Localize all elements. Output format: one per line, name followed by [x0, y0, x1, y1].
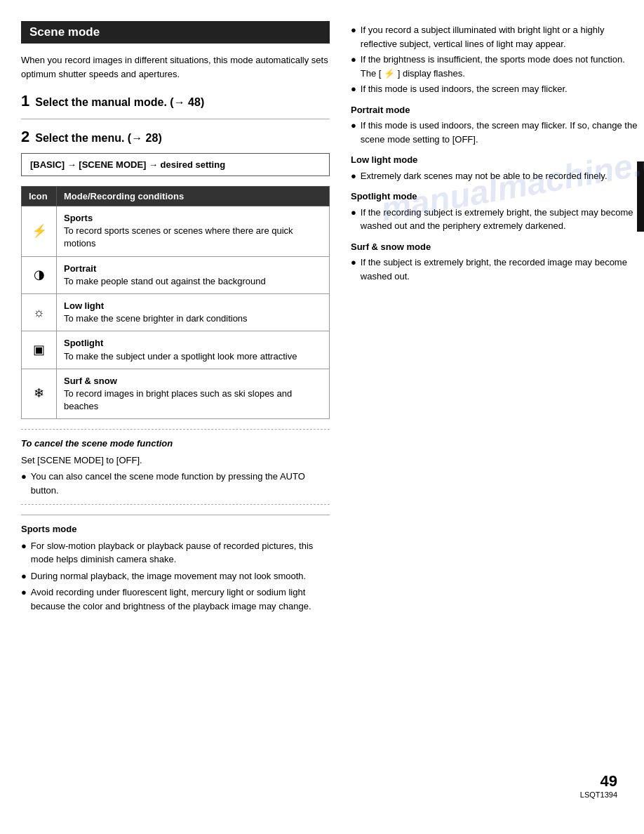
- right-mode-heading: Spotlight mode: [351, 190, 638, 204]
- bullet-dot: ●: [351, 82, 356, 96]
- bullet-item: ●If the brightness is insufficient, the …: [351, 53, 638, 80]
- sports-mode-heading: Sports mode: [21, 522, 330, 536]
- spotlight-icon: ▣: [22, 331, 57, 369]
- right-mode-heading: Surf & snow mode: [351, 240, 638, 254]
- table-header-icon: Icon: [22, 187, 57, 206]
- bullet-item: ●During normal playback, the image movem…: [21, 569, 330, 583]
- right-top-bullets: ●If you record a subject illuminated wit…: [351, 23, 638, 96]
- step1-number: 1: [21, 92, 29, 110]
- cancel-bullet-text: You can also cancel the scene mode funct…: [31, 470, 330, 497]
- right-sections: Portrait mode●If this mode is used indoo…: [351, 103, 638, 284]
- bullet-item: ●If you record a subject illuminated wit…: [351, 23, 638, 51]
- mode-description: To make the scene brighter in dark condi…: [64, 312, 322, 325]
- step1-divider: [21, 119, 330, 119]
- bullet-dot: ●: [21, 585, 27, 613]
- bullet-dot: ●: [351, 169, 356, 183]
- bullet-dot: ●: [351, 206, 356, 220]
- table-row: ☼Low lightTo make the scene brighter in …: [22, 293, 330, 331]
- left-column: Scene mode When you record images in dif…: [21, 21, 344, 813]
- bullet-text: During normal playback, the image moveme…: [31, 569, 306, 583]
- cancel-text: Set [SCENE MODE] to [OFF].: [21, 454, 330, 468]
- sports-icon: ⚡: [22, 206, 57, 257]
- mode-name: Surf & snow: [64, 375, 322, 388]
- section-title: Scene mode: [29, 25, 100, 39]
- table-cell-mode: SportsTo record sports scenes or scenes …: [57, 206, 330, 257]
- mode-name: Portrait: [64, 263, 322, 275]
- bullet-item: ●If this mode is used indoors, the scree…: [351, 119, 638, 146]
- page-number: 49: [580, 772, 617, 790]
- mode-description: To record sports scenes or scenes where …: [64, 225, 322, 250]
- bullet-dot: ●: [21, 470, 27, 497]
- bullet-text: Avoid recording under fluorescent light,…: [31, 585, 330, 613]
- bullet-item: ●If the subject is extremely bright, the…: [351, 256, 638, 283]
- notes-section: Sports mode ●For slow-motion playback or…: [21, 515, 330, 613]
- intro-text: When you record images in different situ…: [21, 53, 330, 81]
- low-light-icon: ☼: [22, 293, 57, 331]
- bullet-item: ●If the recording subject is extremely b…: [351, 206, 638, 233]
- bullet-dot: ●: [351, 119, 356, 133]
- cancel-title: To cancel the scene mode function: [21, 437, 330, 451]
- cancel-section: To cancel the scene mode function Set [S…: [21, 429, 330, 505]
- right-mode-heading: Portrait mode: [351, 103, 638, 117]
- bullet-text: If the recording subject is extremely br…: [361, 206, 638, 233]
- mode-description: To record images in bright places such a…: [64, 388, 322, 413]
- table-row: ⚡SportsTo record sports scenes or scenes…: [22, 206, 330, 257]
- section-header: Scene mode: [21, 21, 330, 44]
- mode-name: Spotlight: [64, 337, 322, 350]
- right-notes: ●If you record a subject illuminated wit…: [351, 23, 638, 283]
- step1-heading: 1 Select the manual mode. (→ 48): [21, 92, 330, 110]
- bullet-text: If the brightness is insufficient, the s…: [361, 53, 638, 80]
- mode-description: To make people stand out against the bac…: [64, 275, 322, 288]
- menu-path-box: [BASIC] → [SCENE MODE] → desired setting: [21, 153, 330, 176]
- menu-path-text: [BASIC] → [SCENE MODE] → desired setting: [30, 159, 225, 170]
- mode-table: Icon Mode/Recording conditions ⚡SportsTo…: [21, 186, 330, 419]
- step2-number: 2: [21, 128, 29, 146]
- bullet-dot: ●: [21, 569, 27, 583]
- mode-name: Low light: [64, 300, 322, 312]
- bullet-text: If the subject is extremely bright, the …: [361, 256, 638, 283]
- mode-name: Sports: [64, 212, 322, 225]
- step1-text: Select the manual mode. (→ 48): [35, 96, 204, 109]
- bullet-text: If this mode is used indoors, the screen…: [361, 119, 638, 146]
- mode-description: To make the subject under a spotlight lo…: [64, 350, 322, 363]
- bullet-item: ●If this mode is used indoors, the scree…: [351, 82, 638, 96]
- bullet-item: ●Extremely dark scenes may not be able t…: [351, 169, 638, 183]
- bullet-text: Extremely dark scenes may not be able to…: [361, 169, 608, 183]
- accent-bar: [637, 161, 644, 232]
- bullet-dot: ●: [351, 53, 356, 67]
- bullet-text: For slow-motion playback or playback pau…: [31, 539, 330, 567]
- bullet-text: If you record a subject illuminated with…: [361, 23, 638, 51]
- cancel-bullet: ● You can also cancel the scene mode fun…: [21, 470, 330, 497]
- table-cell-mode: PortraitTo make people stand out against…: [57, 256, 330, 293]
- table-header-mode: Mode/Recording conditions: [57, 187, 330, 206]
- page: Scene mode When you record images in dif…: [0, 0, 644, 834]
- sports-mode-bullets: ●For slow-motion playback or playback pa…: [21, 539, 330, 614]
- table-row: ▣SpotlightTo make the subject under a sp…: [22, 331, 330, 369]
- table-row: ◑PortraitTo make people stand out agains…: [22, 256, 330, 293]
- table-cell-mode: SpotlightTo make the subject under a spo…: [57, 331, 330, 369]
- step2-heading: 2 Select the menu. (→ 28): [21, 128, 330, 146]
- bullet-text: If this mode is used indoors, the screen…: [361, 82, 568, 96]
- bullet-item: ●Avoid recording under fluorescent light…: [21, 585, 330, 613]
- page-code: LSQT1394: [580, 790, 617, 799]
- portrait-icon: ◑: [22, 256, 57, 293]
- right-column: ●If you record a subject illuminated wit…: [344, 21, 638, 813]
- step2-text: Select the menu. (→ 28): [35, 132, 162, 145]
- bullet-dot: ●: [351, 256, 356, 270]
- bullet-dot: ●: [21, 539, 27, 567]
- surf-snow-icon: ❄: [22, 369, 57, 419]
- table-row: ❄Surf & snowTo record images in bright p…: [22, 369, 330, 419]
- bullet-item: ●For slow-motion playback or playback pa…: [21, 539, 330, 567]
- table-cell-mode: Low lightTo make the scene brighter in d…: [57, 293, 330, 331]
- table-cell-mode: Surf & snowTo record images in bright pl…: [57, 369, 330, 419]
- page-number-area: 49 LSQT1394: [580, 772, 617, 799]
- bullet-dot: ●: [351, 23, 356, 37]
- right-mode-heading: Low light mode: [351, 153, 638, 167]
